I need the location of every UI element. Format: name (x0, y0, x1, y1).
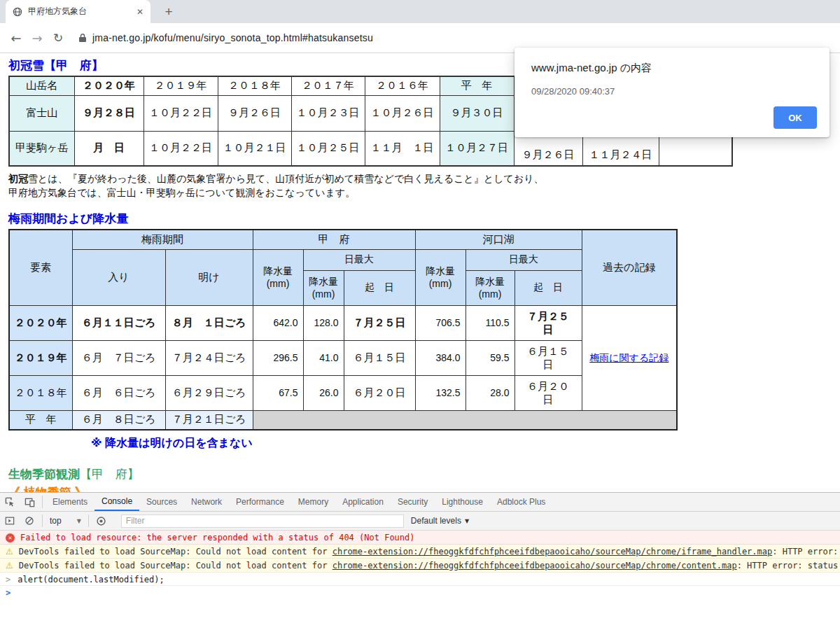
tab-adblock-plus[interactable]: Adblock Plus (490, 493, 552, 511)
cell: 296.5 (253, 340, 303, 375)
empty-gray-cell (253, 410, 677, 430)
sourcemap-link[interactable]: chrome-extension://fheoggkfdfchfphceeifd… (332, 561, 737, 570)
col-header-precip: 降水量(mm) (253, 249, 303, 305)
warning-icon (6, 561, 13, 570)
snow-description-line2: 甲府地方気象台では、富士山・甲斐駒ヶ岳について観測をおこなっています。 (8, 187, 355, 198)
devtools-panel: Elements Console Sources Network Perform… (0, 492, 840, 630)
context-selector[interactable]: top ▼ (50, 516, 81, 526)
cell: １０月２７日 (440, 131, 514, 166)
sourcemap-link[interactable]: chrome-extension://fheoggkfdfchfphceeifd… (332, 547, 773, 556)
col-header-end: 明け (165, 249, 253, 305)
console-messages: Failed to load resource: the server resp… (0, 531, 840, 599)
cell: １０月２１日 (218, 131, 291, 166)
dialog-title: www.jma-net.go.jp の内容 (514, 48, 830, 75)
cell: ７月２１日ごろ (165, 410, 253, 430)
bio-subsection-title: 《 植物季節 》 (8, 484, 840, 492)
chevron-down-icon: ▼ (77, 518, 81, 524)
log-levels-dropdown[interactable]: Default levels ▼ (411, 516, 469, 526)
cell: ６月１１日ごろ (72, 305, 165, 340)
error-text: Failed to load resource: the server resp… (20, 533, 415, 542)
tab-sources[interactable]: Sources (139, 493, 184, 511)
col-header-element: 要素 (9, 230, 72, 305)
table-row-2020: ２０２０年 ６月１１日ごろ ８月 １日ごろ 642.0 128.0 ７月２５日 … (9, 305, 677, 340)
tab-memory[interactable]: Memory (291, 493, 335, 511)
year-label: ２０１８年 (9, 375, 72, 410)
cell: ６月２０日 (344, 375, 415, 410)
col-header: ２０１８年 (218, 76, 291, 95)
cell: ８月 １日ごろ (165, 305, 253, 340)
tab-strip: 甲府地方気象台 ✕ + (0, 0, 840, 23)
warning-suffix: : HTTP error: status code 404, (772, 547, 840, 556)
reload-icon[interactable]: ↻ (48, 31, 69, 45)
cell: 月 日 (74, 131, 144, 166)
cell: ６月２９日ごろ (165, 375, 253, 410)
rain-footnote: ※ 降水量は明けの日を含まない (91, 436, 840, 451)
warning-prefix: DevTools failed to load SourceMap: Could… (19, 547, 332, 556)
cell: １１月 １日 (365, 131, 440, 166)
col-header-period: 梅雨期間 (72, 230, 253, 249)
rainy-season-table: 要素 梅雨期間 甲 府 河口湖 過去の記録 入り 明け 降水量(mm) 日最大 … (8, 229, 678, 430)
cell: １０月２３日 (291, 95, 365, 131)
col-header: ２０１６年 (365, 76, 440, 95)
tab-close-icon[interactable]: ✕ (135, 7, 145, 17)
error-icon (6, 533, 15, 542)
console-prompt[interactable] (0, 586, 840, 599)
browser-tab[interactable]: 甲府地方気象台 ✕ (6, 0, 150, 23)
tab-network[interactable]: Network (184, 493, 229, 511)
cell: 67.5 (253, 375, 303, 410)
table-row-2018: ２０１８年 ６月 ６日ごろ ６月２９日ごろ 67.5 26.0 ６月２０日 13… (9, 375, 677, 410)
year-label: ２０１９年 (9, 340, 72, 375)
cell: 132.5 (415, 375, 465, 410)
forward-icon[interactable]: → (27, 31, 48, 46)
cell: １０月２２日 (144, 95, 218, 131)
cell: ６月２０日 (514, 375, 582, 410)
globe-favicon-icon (13, 7, 22, 17)
warning-text: DevTools failed to load SourceMap: Could… (19, 561, 840, 570)
cell: １０月２２日 (144, 131, 218, 166)
col-header-kofu: 甲 府 (253, 230, 415, 249)
live-expression-eye-icon[interactable] (92, 512, 111, 530)
tab-application[interactable]: Application (335, 493, 391, 511)
padlock-icon[interactable] (78, 33, 87, 43)
col-header-precip: 降水量(mm) (415, 249, 465, 305)
mountain-name: 甲斐駒ヶ岳 (9, 131, 74, 166)
tab-console[interactable]: Console (94, 493, 139, 511)
dialog-ok-button[interactable]: OK (774, 106, 817, 129)
col-header-day: 起 日 (514, 270, 582, 305)
tab-performance[interactable]: Performance (229, 493, 291, 511)
cell: ６月１５日 (344, 340, 415, 375)
dialog-message: 09/28/2020 09:40:37 (514, 75, 830, 97)
console-error-row: Failed to load resource: the server resp… (0, 531, 840, 545)
console-warning-row: DevTools failed to load SourceMap: Could… (0, 559, 840, 573)
cell: 41.0 (303, 340, 344, 375)
col-header: ２０１７年 (291, 76, 365, 95)
console-warning-row: DevTools failed to load SourceMap: Could… (0, 545, 840, 559)
console-filter-input[interactable] (121, 514, 404, 528)
tab-security[interactable]: Security (391, 493, 435, 511)
command-text: alert(document.lastModified); (18, 575, 164, 584)
rainy-record-link[interactable]: 梅雨に関する記録 (589, 352, 668, 363)
tab-elements[interactable]: Elements (46, 493, 94, 511)
col-header-precip: 降水量(mm) (465, 270, 514, 305)
col-header: ２０１９年 (144, 76, 218, 95)
table-row-normal: 平 年 ６月 ８日ごろ ７月２１日ごろ (9, 410, 677, 430)
console-sidebar-icon[interactable] (0, 512, 20, 530)
col-header: 山岳名 (9, 76, 74, 95)
new-tab-button[interactable]: + (160, 3, 178, 21)
col-header: 平 年 (440, 76, 514, 95)
tab-lighthouse[interactable]: Lighthouse (435, 493, 490, 511)
cell: 59.5 (465, 340, 514, 375)
cell: 384.0 (415, 340, 465, 375)
rain-section-title: 梅雨期間および降水量 (8, 211, 840, 227)
cell: 110.5 (465, 305, 514, 340)
table-header-row: 入り 明け 降水量(mm) 日最大 降水量(mm) 日最大 (9, 249, 677, 270)
warning-text: DevTools failed to load SourceMap: Could… (19, 547, 840, 556)
clear-console-icon[interactable] (20, 512, 39, 530)
device-toolbar-icon[interactable] (20, 493, 39, 511)
address-bar[interactable]: jma-net.go.jp/kofu/menu/siryo_sonota_top… (92, 32, 373, 43)
snow-description: 初冠雪とは、『夏が終わった後、山麓の気象官署から見て、山頂付近が初めて積雪などで… (8, 172, 840, 200)
back-icon[interactable]: ← (6, 31, 27, 46)
inspect-cursor-icon[interactable] (0, 493, 20, 511)
record-cell: 梅雨に関する記録 (582, 305, 677, 410)
col-header-kawaguchiko: 河口湖 (415, 230, 582, 249)
